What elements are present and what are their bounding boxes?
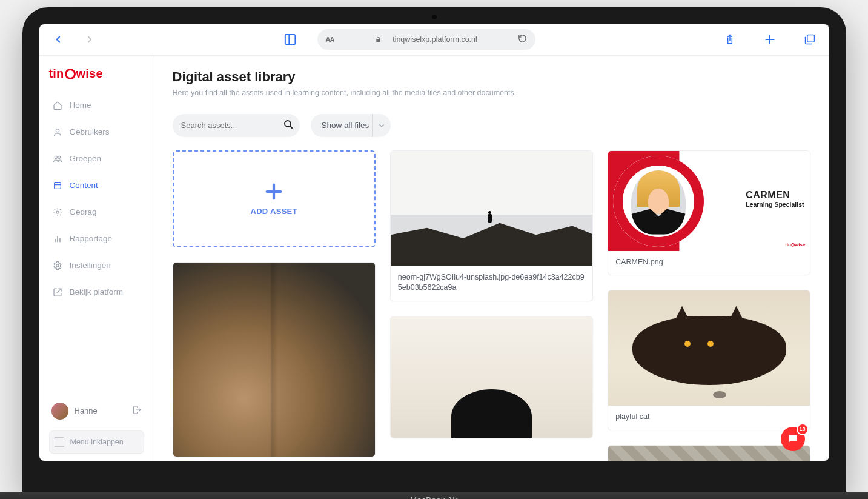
sidebar-item-label: Home — [70, 101, 91, 110]
screen: AA tinqwiselxp.platform.co.nl — [39, 24, 829, 461]
bookmarks-button[interactable] — [283, 33, 297, 46]
chat-widget[interactable]: 18 — [781, 427, 805, 451]
sidebar-item-settings[interactable]: Instellingen — [49, 254, 144, 277]
sidebar-item-groups[interactable]: Groepen — [49, 147, 144, 170]
current-user[interactable]: Hanne — [49, 398, 144, 424]
chevron-down-icon — [372, 114, 386, 137]
sidebar-item-label: Groepen — [70, 154, 102, 163]
asset-caption: CARMEN.png — [608, 251, 810, 275]
svg-point-8 — [56, 211, 59, 213]
asset-caption: neom-gj7WgSOIlu4-unsplash.jpg-de6ea9f14c… — [391, 266, 592, 301]
add-asset-label: ADD ASSET — [250, 207, 297, 216]
svg-point-14 — [285, 121, 291, 127]
asset-thumbnail — [391, 151, 592, 266]
asset-card[interactable]: neom-gj7WgSOIlu4-unsplash.jpg-de6ea9f14c… — [390, 150, 593, 301]
reload-button[interactable] — [518, 34, 527, 45]
chat-badge: 18 — [797, 423, 809, 435]
forward-button[interactable] — [84, 34, 95, 45]
home-icon — [53, 101, 62, 110]
sidebar-item-label: Instellingen — [70, 261, 111, 270]
svg-rect-6 — [54, 182, 61, 189]
search-icon — [283, 119, 294, 132]
collapse-label: Menu inklappen — [70, 438, 124, 446]
avatar — [51, 403, 68, 420]
share-button[interactable] — [724, 33, 736, 45]
svg-rect-2 — [807, 35, 814, 42]
camera-dot — [432, 15, 437, 19]
filter-label: Show all files — [322, 121, 369, 130]
browser-toolbar: AA tinqwiselxp.platform.co.nl — [39, 24, 829, 56]
asset-card[interactable] — [608, 445, 810, 461]
collapse-icon — [55, 437, 64, 447]
nav: Home Gebruikers Groepen Content — [49, 94, 144, 304]
page-title: Digital asset library — [173, 69, 811, 85]
asset-thumbnail — [391, 316, 592, 438]
asset-caption: playful cat — [608, 406, 810, 430]
asset-card[interactable] — [173, 262, 376, 457]
gear-icon — [53, 207, 62, 217]
sidebar-item-view-platform[interactable]: Bekijk platform — [49, 281, 144, 304]
asset-card[interactable] — [390, 316, 593, 438]
svg-point-4 — [55, 156, 57, 158]
file-filter-select[interactable]: Show all files — [311, 114, 391, 137]
app-root: tinwise Home Gebruikers Groepen — [39, 56, 829, 461]
url-text: tinqwiselxp.platform.co.nl — [393, 35, 477, 44]
search-field[interactable] — [181, 121, 283, 130]
sidebar-item-behaviour[interactable]: Gedrag — [49, 201, 144, 224]
asset-card[interactable]: CARMENLearning Specialist tinQwise CARME… — [608, 150, 810, 276]
carmen-name: CARMEN — [746, 190, 790, 200]
collapse-menu-button[interactable]: Menu inklappen — [49, 430, 144, 454]
sidebar-item-users[interactable]: Gebruikers — [49, 121, 144, 144]
sidebar-item-label: Gebruikers — [70, 127, 110, 136]
controls-row: Show all files — [173, 114, 811, 137]
page-subtitle: Here you find all the assets used in lea… — [173, 89, 811, 97]
user-icon — [53, 127, 62, 137]
new-tab-button[interactable] — [764, 33, 776, 45]
groups-icon — [53, 154, 62, 164]
svg-point-5 — [58, 156, 60, 158]
cog-icon — [53, 261, 62, 270]
brand-logo[interactable]: tinwise — [49, 67, 144, 81]
asset-thumbnail: CARMENLearning Specialist tinQwise — [608, 151, 810, 251]
asset-card[interactable]: playful cat — [608, 290, 810, 430]
sidebar-item-content[interactable]: Content — [49, 174, 144, 197]
sidebar-item-home[interactable]: Home — [49, 94, 144, 117]
sidebar: tinwise Home Gebruikers Groepen — [39, 56, 154, 461]
plus-icon — [263, 181, 284, 202]
sidebar-item-label: Rapportage — [70, 234, 113, 243]
sidebar-item-label: Gedrag — [70, 207, 97, 216]
back-button[interactable] — [53, 34, 64, 45]
svg-point-3 — [56, 129, 59, 132]
asset-thumbnail — [173, 263, 375, 457]
laptop-base: MacBook Air — [0, 492, 868, 500]
asset-grid: ADD ASSET neom-gj7WgSOIlu4-unsplash.jpg-… — [173, 150, 811, 461]
add-asset-tile[interactable]: ADD ASSET — [173, 150, 376, 247]
sidebar-item-label: Bekijk platform — [70, 287, 124, 296]
lock-icon — [375, 36, 382, 43]
svg-point-12 — [56, 264, 59, 267]
carmen-brand: tinQwise — [785, 242, 805, 247]
main-content: Digital asset library Here you find all … — [154, 56, 829, 461]
sidebar-item-reporting[interactable]: Rapportage — [49, 227, 144, 250]
bars-icon — [53, 234, 62, 244]
asset-thumbnail — [608, 446, 810, 461]
svg-line-15 — [290, 126, 292, 129]
search-input[interactable] — [173, 114, 300, 137]
content-icon — [53, 181, 62, 190]
tabs-button[interactable] — [804, 33, 816, 45]
sidebar-item-label: Content — [70, 181, 98, 190]
address-bar[interactable]: AA tinqwiselxp.platform.co.nl — [317, 29, 535, 50]
logout-button[interactable] — [132, 405, 142, 417]
asset-thumbnail — [608, 290, 810, 406]
reader-mode-button[interactable]: AA — [326, 36, 334, 43]
user-name: Hanne — [75, 406, 98, 415]
external-icon — [53, 287, 62, 297]
laptop-frame: AA tinqwiselxp.platform.co.nl — [22, 7, 846, 492]
